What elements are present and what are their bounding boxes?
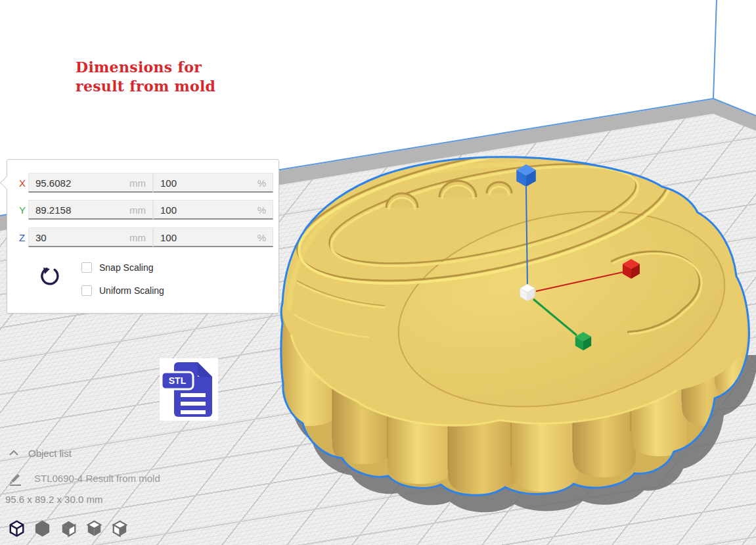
view-front-icon bbox=[33, 519, 51, 538]
view-top-button[interactable] bbox=[60, 519, 78, 538]
view-front-button[interactable] bbox=[33, 519, 51, 538]
view-left-icon bbox=[85, 519, 103, 538]
y-percent-input[interactable]: 100 % bbox=[153, 200, 273, 220]
x-percent-unit: % bbox=[257, 178, 266, 189]
x-size-input[interactable]: 95.6082 mm bbox=[28, 173, 153, 193]
view-3d-button[interactable] bbox=[8, 519, 26, 538]
y-size-input[interactable]: 89.2158 mm bbox=[28, 200, 153, 220]
reset-arrow-icon bbox=[39, 265, 61, 287]
stl-file-badge: STL bbox=[160, 358, 218, 421]
view-right-button[interactable] bbox=[111, 519, 129, 538]
z-percent-input[interactable]: 100 % bbox=[153, 227, 273, 247]
object-list-title: Object list bbox=[28, 448, 72, 459]
stl-document-icon: STL bbox=[160, 358, 218, 421]
scale-row-x: X 95.6082 mm 100 % bbox=[7, 173, 278, 193]
axis-z-label: Z bbox=[19, 232, 28, 243]
z-percent-unit: % bbox=[257, 232, 266, 243]
axis-y-label: Y bbox=[19, 204, 28, 216]
object-list-item[interactable]: STL0690-4 Result from mold bbox=[8, 469, 24, 486]
y-size-unit: mm bbox=[129, 204, 146, 216]
z-percent-value: 100 bbox=[160, 232, 177, 243]
scale-row-z: Z 30 mm 100 % bbox=[7, 227, 278, 247]
x-size-unit: mm bbox=[129, 178, 146, 189]
view-right-icon bbox=[111, 519, 129, 538]
z-size-value: 30 bbox=[35, 232, 47, 243]
annotation-line1: Dimensions for bbox=[76, 58, 215, 77]
axis-x-label: X bbox=[19, 178, 28, 189]
y-percent-unit: % bbox=[257, 204, 266, 216]
application-window: Dimensions for result from mold X 95.608… bbox=[0, 0, 756, 545]
y-percent-value: 100 bbox=[160, 204, 177, 216]
y-size-value: 89.2158 bbox=[35, 204, 71, 216]
x-percent-input[interactable]: 100 % bbox=[153, 173, 273, 193]
x-percent-value: 100 bbox=[160, 178, 177, 189]
reset-scale-button[interactable] bbox=[39, 265, 61, 287]
view-3d-icon bbox=[8, 519, 26, 538]
object-item-name: STL0690-4 Result from mold bbox=[34, 473, 160, 484]
model-dimensions-readout: 95.6 x 89.2 x 30.0 mm bbox=[5, 494, 102, 505]
x-size-value: 95.6082 bbox=[35, 178, 71, 189]
snap-scaling-label: Snap Scaling bbox=[99, 262, 154, 273]
z-size-input[interactable]: 30 mm bbox=[28, 227, 153, 247]
view-left-button[interactable] bbox=[85, 519, 103, 538]
annotation-line2: result from mold bbox=[76, 77, 215, 96]
uniform-scaling-checkbox[interactable] bbox=[81, 285, 92, 296]
scale-row-y: Y 89.2158 mm 100 % bbox=[7, 200, 278, 220]
stl-badge-text: STL bbox=[169, 375, 187, 386]
z-size-unit: mm bbox=[129, 232, 146, 243]
pencil-icon bbox=[8, 469, 24, 486]
uniform-scaling-label: Uniform Scaling bbox=[99, 285, 164, 296]
model-mold-result[interactable] bbox=[276, 120, 756, 506]
view-top-icon bbox=[60, 519, 78, 538]
annotation-title: Dimensions for result from mold bbox=[76, 58, 215, 96]
scale-tool-panel: X 95.6082 mm 100 % Y 89.2158 mm 100 % Z bbox=[7, 159, 279, 314]
snap-scaling-checkbox[interactable] bbox=[81, 262, 92, 273]
chevron-up-icon bbox=[8, 448, 20, 460]
